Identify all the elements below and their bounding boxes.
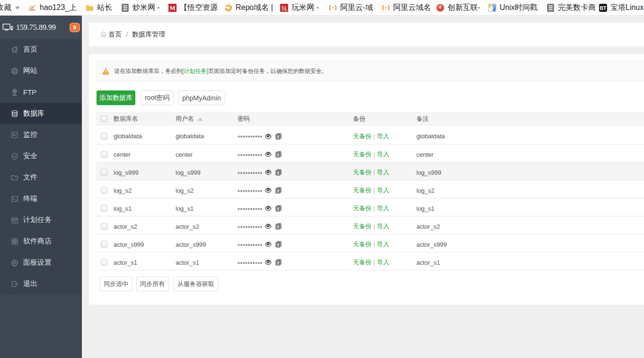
- bookmark-item[interactable]: 炒米网 -: [121, 0, 160, 16]
- show-password-eye-icon[interactable]: [265, 224, 272, 229]
- row-checkbox[interactable]: [101, 151, 107, 158]
- import-link[interactable]: 导入: [377, 205, 389, 212]
- bookmark-item[interactable]: 站长: [86, 0, 112, 16]
- copy-password-icon[interactable]: [275, 259, 282, 266]
- show-password-eye-icon[interactable]: [265, 134, 272, 139]
- import-link[interactable]: 导入: [377, 259, 389, 266]
- message-count-badge[interactable]: 0: [70, 23, 80, 32]
- import-link[interactable]: 导入: [377, 241, 389, 248]
- copy-password-icon[interactable]: [275, 151, 282, 158]
- import-link[interactable]: 导入: [377, 187, 389, 194]
- show-password-eye-icon[interactable]: [265, 188, 272, 193]
- copy-password-icon[interactable]: [275, 205, 282, 212]
- bookmark-item[interactable]: Repo域名 |: [224, 0, 273, 16]
- backup-status-link[interactable]: 无备份: [353, 241, 371, 248]
- note-cell[interactable]: globaldata: [416, 126, 644, 144]
- sync-selected-button[interactable]: 同步选中: [100, 277, 132, 291]
- chevron-down-icon[interactable]: [15, 7, 20, 9]
- show-password-eye-icon[interactable]: [265, 206, 272, 211]
- bt-icon: BT: [599, 4, 607, 12]
- add-database-button[interactable]: 添加数据库: [97, 90, 135, 105]
- sidebar-item-terminal[interactable]: 终端: [0, 188, 82, 209]
- fetch-from-server-button[interactable]: 从服务器获取: [174, 277, 218, 291]
- sidebar-item-database[interactable]: 数据库: [0, 103, 82, 124]
- bookmark-item[interactable]: BT宝塔Linux: [599, 0, 644, 16]
- backup-status-link[interactable]: 无备份: [353, 151, 371, 158]
- bookmark-item[interactable]: haohao123_上: [28, 0, 77, 16]
- server-ip[interactable]: 159.75.89.99: [16, 23, 56, 32]
- username-cell: log_s1: [176, 198, 238, 216]
- row-checkbox[interactable]: [101, 259, 107, 266]
- default-doc-icon: [121, 4, 129, 12]
- import-link[interactable]: 导入: [377, 223, 389, 230]
- note-cell[interactable]: center: [416, 144, 644, 162]
- copy-password-icon[interactable]: [275, 223, 282, 230]
- sidebar-item-logout[interactable]: 退出: [0, 273, 82, 295]
- sidebar-item-ftp[interactable]: FTP: [0, 81, 82, 103]
- table-row: globaldataglobaldata**********无备份|导入glob…: [96, 126, 644, 144]
- select-all-checkbox[interactable]: [101, 116, 107, 122]
- copy-password-icon[interactable]: [275, 133, 282, 140]
- sidebar-item-monitor[interactable]: 监控: [0, 124, 82, 145]
- bookmark-item[interactable]: 阿里云-域: [329, 0, 373, 16]
- home-icon[interactable]: [100, 31, 107, 38]
- note-cell[interactable]: actor_s999: [416, 234, 644, 252]
- root-password-button[interactable]: root密码: [141, 90, 174, 105]
- bookmark-item[interactable]: 创新互联-: [436, 0, 480, 16]
- row-checkbox[interactable]: [101, 223, 107, 230]
- table-row: log_s2log_s2**********无备份|导入log_s2: [96, 180, 644, 198]
- sidebar-item-home[interactable]: 首页: [0, 39, 82, 60]
- sidebar-item-settings[interactable]: 面板设置: [0, 252, 82, 273]
- breadcrumb-home[interactable]: 首页: [108, 30, 122, 39]
- backup-status-link[interactable]: 无备份: [353, 223, 371, 230]
- column-header-password[interactable]: 密码: [238, 112, 353, 126]
- note-cell[interactable]: log_s999: [416, 162, 644, 180]
- backup-status-link[interactable]: 无备份: [353, 133, 371, 140]
- backup-status-link[interactable]: 无备份: [353, 169, 371, 176]
- show-password-eye-icon[interactable]: [265, 152, 272, 157]
- copy-password-icon[interactable]: [275, 187, 282, 194]
- bookmark-item[interactable]: 玩玩米网 -: [280, 0, 319, 16]
- row-checkbox[interactable]: [101, 169, 107, 176]
- backup-status-link[interactable]: 无备份: [353, 205, 371, 212]
- column-header-db-name[interactable]: 数据库名: [114, 112, 176, 126]
- note-cell[interactable]: log_s2: [416, 180, 644, 198]
- sidebar-item-label: 计划任务: [23, 215, 52, 224]
- show-password-eye-icon[interactable]: [265, 260, 272, 265]
- sync-all-button[interactable]: 同步所有: [136, 277, 168, 291]
- note-cell[interactable]: actor_s1: [416, 252, 644, 270]
- row-checkbox[interactable]: [101, 187, 107, 194]
- backup-separator: |: [373, 259, 375, 266]
- note-cell[interactable]: actor_s2: [416, 216, 644, 234]
- sidebar-item-security[interactable]: 安全: [0, 145, 82, 167]
- phpmyadmin-button[interactable]: phpMyAdmin: [178, 90, 225, 105]
- column-header-note[interactable]: 备注: [416, 112, 644, 126]
- row-checkbox[interactable]: [101, 133, 107, 140]
- sidebar-item-sites[interactable]: 网站: [0, 60, 82, 81]
- row-checkbox[interactable]: [101, 205, 107, 212]
- note-cell[interactable]: log_s1: [416, 198, 644, 216]
- import-link[interactable]: 导入: [377, 151, 389, 158]
- scheduled-tasks-link[interactable]: [计划任务]: [182, 68, 208, 74]
- bookmark-item[interactable]: Unix时间戳: [488, 0, 538, 16]
- import-link[interactable]: 导入: [377, 169, 389, 176]
- column-header-label: 用户名: [176, 115, 194, 122]
- show-password-eye-icon[interactable]: [265, 170, 272, 175]
- row-checkbox[interactable]: [101, 241, 107, 248]
- sidebar-item-files[interactable]: 文件: [0, 167, 82, 188]
- column-header-username[interactable]: 用户名: [176, 112, 238, 126]
- bookmark-item[interactable]: 阿里云域名: [382, 0, 431, 16]
- sidebar-item-appstore[interactable]: 软件商店: [0, 231, 82, 252]
- password-wrap: **********: [238, 151, 353, 158]
- backup-status-link[interactable]: 无备份: [353, 259, 371, 266]
- copy-password-icon[interactable]: [275, 169, 282, 176]
- bookmarks-overflow-label[interactable]: 收藏: [0, 0, 11, 16]
- backup-status-link[interactable]: 无备份: [353, 187, 371, 194]
- sidebar-item-cron[interactable]: 计划任务: [0, 209, 82, 231]
- import-link[interactable]: 导入: [377, 133, 389, 140]
- bookmark-item[interactable]: 完美数卡商: [547, 0, 596, 16]
- show-password-eye-icon[interactable]: [265, 242, 272, 247]
- copy-password-icon[interactable]: [275, 241, 282, 248]
- column-header-backup[interactable]: 备份: [353, 112, 416, 126]
- bookmark-item[interactable]: M【悟空资源: [168, 0, 218, 16]
